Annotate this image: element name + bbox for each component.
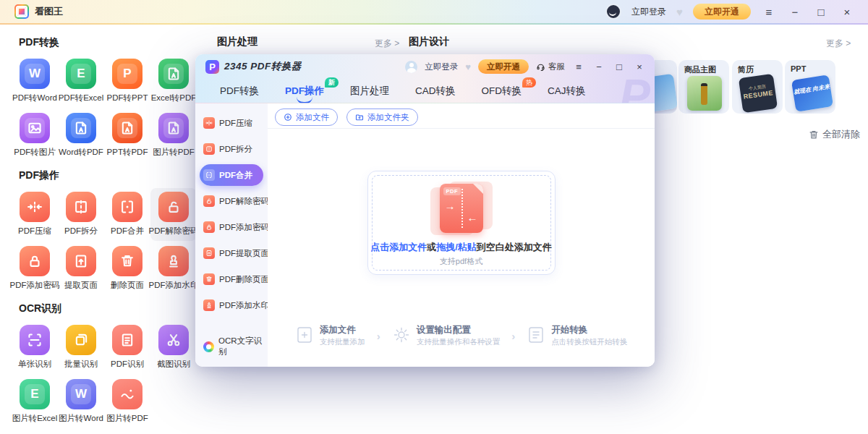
sidebar-item-pdf-to-excel[interactable]: EPDF转Excel xyxy=(58,55,104,108)
document-icon xyxy=(112,325,142,355)
sidebar-item-single-ocr[interactable]: 单张识别 xyxy=(12,321,58,374)
design-card-ppt[interactable]: PPT 就现在 向未来 xyxy=(785,60,835,114)
heart-icon[interactable]: ♥ xyxy=(676,6,683,18)
add-folder-button[interactable]: 添加文件夹 xyxy=(346,109,418,126)
more-link-image-processing[interactable]: 更多 > xyxy=(375,38,399,50)
excel-icon: E xyxy=(20,379,50,409)
pdf-page-icon xyxy=(112,113,142,143)
tab-ofd-convert[interactable]: OFD转换热 xyxy=(482,85,522,98)
design-card-product[interactable]: 商品主图 xyxy=(678,60,729,114)
menu-item-pdf-extract-pages[interactable]: PDF提取页面 xyxy=(200,240,263,266)
sidebar-item-image-to-pdf[interactable]: 图片转PDF xyxy=(150,109,197,162)
heart-icon: ♥ xyxy=(465,61,471,72)
word-icon: W xyxy=(66,379,96,409)
card-image xyxy=(687,76,722,111)
ocr-rainbow-icon xyxy=(203,341,214,352)
tab-pdf-ops[interactable]: PDF操作新 xyxy=(285,85,324,98)
sidebar: PDF转换 WPDF转Word EPDF转Excel PPDF转PPT Exce… xyxy=(12,29,198,428)
sidebar-item-ppt-to-pdf[interactable]: PPT转PDF xyxy=(104,109,150,162)
lock-icon xyxy=(20,246,50,276)
login-link[interactable]: 立即登录 xyxy=(631,6,666,18)
tab-pdf-convert[interactable]: PDF转换 xyxy=(220,85,259,98)
modal-upgrade-button[interactable]: 立即开通 xyxy=(478,59,529,74)
sidebar-item-pdf-compress[interactable]: PDF压缩 xyxy=(12,188,58,241)
sidebar-item-batch-ocr[interactable]: 批量识别 xyxy=(58,321,104,374)
menu-item-pdf-compress[interactable]: PDF压缩 xyxy=(200,110,263,136)
customer-service-button[interactable]: 客服 xyxy=(536,61,565,72)
menu-item-pdf-split[interactable]: PDF拆分 xyxy=(200,136,263,162)
merge-icon xyxy=(112,192,142,222)
tab-caj-convert[interactable]: CAJ转换 xyxy=(548,85,586,98)
merge-icon xyxy=(203,169,215,181)
sidebar-item-image-to-word[interactable]: W图片转Word xyxy=(58,375,104,428)
lock-icon xyxy=(203,221,215,233)
compress-icon xyxy=(20,192,50,222)
more-link-image-design[interactable]: 更多 > xyxy=(826,38,851,50)
tab-image-processing[interactable]: 图片处理 xyxy=(350,85,389,98)
modal-title: 2345 PDF转换器 xyxy=(224,60,302,73)
user-avatar-icon[interactable] xyxy=(405,61,417,73)
app-titlebar: 看图王 立即登录 ♥ 立即开通 ≡ − □ × xyxy=(0,0,868,23)
unlock-icon xyxy=(158,192,189,222)
section-title-ocr: OCR识别 xyxy=(19,302,198,315)
menu-item-ocr[interactable]: OCR文字识别 xyxy=(203,336,268,357)
maximize-button[interactable]: □ xyxy=(813,6,829,18)
modal-header: P P 2345 PDF转换器 立即登录 ♥ 立即开通 客服 ≡ − □ × P… xyxy=(195,54,655,103)
sidebar-item-pdf-merge[interactable]: PDF合并 xyxy=(104,188,150,241)
dropzone-text: 点击添加文件或拖拽/粘贴到空白处添加文件 xyxy=(368,241,555,254)
pdf-page-icon xyxy=(158,59,189,89)
wave-icon xyxy=(112,379,142,409)
sidebar-item-image-to-excel[interactable]: E图片转Excel xyxy=(12,375,58,428)
user-avatar-icon[interactable] xyxy=(605,4,621,20)
app-title: 看图王 xyxy=(35,5,63,18)
sidebar-item-image-to-pdf-ocr[interactable]: 图片转PDF xyxy=(104,375,150,428)
stamp-icon xyxy=(158,246,189,276)
menu-item-pdf-merge[interactable]: PDF合并 xyxy=(200,164,263,186)
split-icon xyxy=(203,143,215,155)
sidebar-item-pdf-ocr[interactable]: PDF识别 xyxy=(104,321,150,374)
modal-menu-icon[interactable]: ≡ xyxy=(572,61,585,72)
modal-login-link[interactable]: 立即登录 xyxy=(425,61,458,72)
design-card-resume[interactable]: 简历 个人简历 RESUME xyxy=(732,60,783,114)
menu-icon[interactable]: ≡ xyxy=(761,6,777,18)
hot-badge: 热 xyxy=(522,77,536,88)
menu-item-pdf-watermark[interactable]: PDF添加水印 xyxy=(200,292,263,318)
clear-all-button[interactable]: 全部清除 xyxy=(809,128,860,141)
stamp-icon xyxy=(203,299,215,311)
add-file-button[interactable]: 添加文件 xyxy=(275,109,338,126)
card-image: 就现在 向未来 xyxy=(791,75,833,112)
sidebar-item-screenshot-ocr[interactable]: 截图识别 xyxy=(150,321,197,374)
section-title-pdf-convert: PDF转换 xyxy=(19,36,198,49)
step-output-config: 设置输出配置支持批量操作和各种设置 xyxy=(392,324,501,348)
sidebar-item-pdf-to-image[interactable]: PDF转图片 xyxy=(12,109,58,162)
plus-circle-icon xyxy=(284,113,292,122)
sidebar-item-extract-pages[interactable]: 提取页面 xyxy=(58,242,104,295)
sidebar-item-pdf-to-word[interactable]: WPDF转Word xyxy=(12,55,58,108)
chevron-right-icon: › xyxy=(377,330,380,342)
menu-item-pdf-delete-pages[interactable]: PDF删除页面 xyxy=(200,266,263,292)
sidebar-item-delete-pages[interactable]: 删除页面 xyxy=(104,242,150,295)
ppt-icon: P xyxy=(112,59,142,89)
pdf-page-icon xyxy=(158,113,189,143)
modal-minimize-button[interactable]: − xyxy=(592,61,605,72)
scan-icon xyxy=(20,325,50,355)
tab-cad-convert[interactable]: CAD转换 xyxy=(415,85,456,98)
close-button[interactable]: × xyxy=(839,6,855,18)
sidebar-item-excel-to-pdf[interactable]: Excel转PDF xyxy=(150,55,197,108)
sidebar-item-add-watermark[interactable]: PDF添加水印 xyxy=(150,242,197,295)
modal-close-button[interactable]: × xyxy=(633,61,646,72)
menu-item-pdf-add-password[interactable]: PDF添加密码 xyxy=(200,214,263,240)
sidebar-item-word-to-pdf[interactable]: Word转PDF xyxy=(58,109,104,162)
upgrade-button[interactable]: 立即开通 xyxy=(693,4,751,20)
sidebar-item-pdf-unlock[interactable]: PDF解除密码 xyxy=(150,188,197,241)
file-dropzone[interactable]: PDF → ← 点击添加文件或拖拽/粘贴到空白处添加文件 支持pdf格式 xyxy=(367,171,556,275)
minimize-button[interactable]: − xyxy=(787,6,803,18)
extract-icon xyxy=(203,247,215,259)
sidebar-item-pdf-to-ppt[interactable]: PPDF转PPT xyxy=(104,55,150,108)
sidebar-item-pdf-add-password[interactable]: PDF添加密码 xyxy=(12,242,58,295)
pdf-converter-modal: P P 2345 PDF转换器 立即登录 ♥ 立即开通 客服 ≡ − □ × P… xyxy=(195,54,655,367)
sidebar-item-pdf-split[interactable]: PDF拆分 xyxy=(58,188,104,241)
split-icon xyxy=(66,192,96,222)
menu-item-pdf-unlock[interactable]: PDF解除密码 xyxy=(200,188,263,214)
modal-maximize-button[interactable]: □ xyxy=(613,61,626,72)
